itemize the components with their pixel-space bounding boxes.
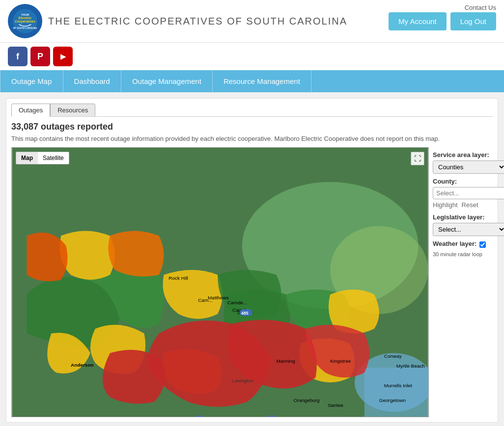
pinterest-button[interactable]: P xyxy=(30,47,50,66)
map-area[interactable]: Map Satellite ⛶ xyxy=(11,147,429,417)
youtube-button[interactable]: ▶ xyxy=(53,47,73,66)
svg-text:Cooperatives: Cooperatives xyxy=(15,20,35,24)
svg-text:Kingstree: Kingstree xyxy=(330,358,351,364)
my-account-button[interactable]: My Account xyxy=(389,12,447,30)
svg-text:Rock Hill: Rock Hill xyxy=(168,275,188,281)
outage-count: 33,087 outages reported xyxy=(11,122,493,132)
nav-outage-management[interactable]: Outage Management xyxy=(121,70,213,92)
county-label: County: xyxy=(433,178,504,185)
highlight-link[interactable]: Highlight xyxy=(433,201,458,209)
tab-resources[interactable]: Resources xyxy=(50,104,95,116)
legislative-label: Legislative layer: xyxy=(433,213,504,221)
fullscreen-icon: ⛶ xyxy=(414,155,421,162)
satellite-view-button[interactable]: Satellite xyxy=(38,152,69,164)
svg-text:Orangeburg: Orangeburg xyxy=(293,398,319,403)
pinterest-icon: P xyxy=(37,52,43,62)
svg-text:Matthews: Matthews xyxy=(208,295,229,300)
facebook-button[interactable]: f xyxy=(8,47,28,66)
outage-description: This map contains the most recent outage… xyxy=(11,135,493,142)
org-name: THE ELECTRIC COOPERATIVES OF SOUTH CAROL… xyxy=(48,16,347,27)
svg-text:Santee: Santee xyxy=(328,402,343,408)
svg-text:Georgetown: Georgetown xyxy=(379,398,406,403)
weather-note: 30 minute radar loop xyxy=(433,251,504,257)
contact-us-link[interactable]: Contact Us xyxy=(465,4,496,11)
tab-outages[interactable]: Outages xyxy=(11,104,50,117)
weather-label: Weather layer: xyxy=(433,240,476,247)
svg-text:Camde...: Camde... xyxy=(227,300,247,305)
log-out-button[interactable]: Log Out xyxy=(450,12,496,30)
svg-text:Manning: Manning xyxy=(277,358,295,364)
svg-text:Anderson: Anderson xyxy=(71,362,93,368)
map-view-button[interactable]: Map xyxy=(16,152,38,164)
service-area-label: Service area layer: xyxy=(433,151,504,159)
legislative-select[interactable]: Select... House Senate xyxy=(433,223,504,236)
county-input[interactable] xyxy=(433,187,504,199)
svg-text:Myrtle Beach: Myrtle Beach xyxy=(396,363,425,369)
svg-rect-8 xyxy=(364,368,428,417)
nav-dashboard[interactable]: Dashboard xyxy=(63,70,121,92)
youtube-icon: ▶ xyxy=(60,53,66,60)
svg-text:OF SOUTH CAROLINA: OF SOUTH CAROLINA xyxy=(13,27,37,29)
map-svg: Anderson Columbia Sumter Aiken Augusta L… xyxy=(12,148,428,417)
svg-text:Conway: Conway xyxy=(384,353,402,359)
reset-link[interactable]: Reset xyxy=(462,201,478,209)
svg-text:Murrells Inlet: Murrells Inlet xyxy=(384,383,412,388)
facebook-icon: f xyxy=(16,52,19,62)
weather-checkbox[interactable] xyxy=(479,241,486,248)
map-sidebar: Service area layer: Counties Districts C… xyxy=(429,147,504,417)
service-area-select[interactable]: Counties Districts Cooperatives xyxy=(433,160,504,174)
logo: YOUR Electric Cooperatives OF SOUTH CARO… xyxy=(8,4,42,38)
tabs: Outages Resources xyxy=(11,104,493,117)
nav-outage-map[interactable]: Outage Map xyxy=(0,70,63,92)
fullscreen-button[interactable]: ⛶ xyxy=(411,152,424,165)
nav-resource-management[interactable]: Resource Management xyxy=(213,70,311,92)
svg-text:Lexington: Lexington xyxy=(232,378,253,383)
svg-text:485: 485 xyxy=(241,311,249,316)
map-toggle: Map Satellite xyxy=(16,152,69,164)
main-nav: Outage Map Dashboard Outage Management R… xyxy=(0,70,504,92)
